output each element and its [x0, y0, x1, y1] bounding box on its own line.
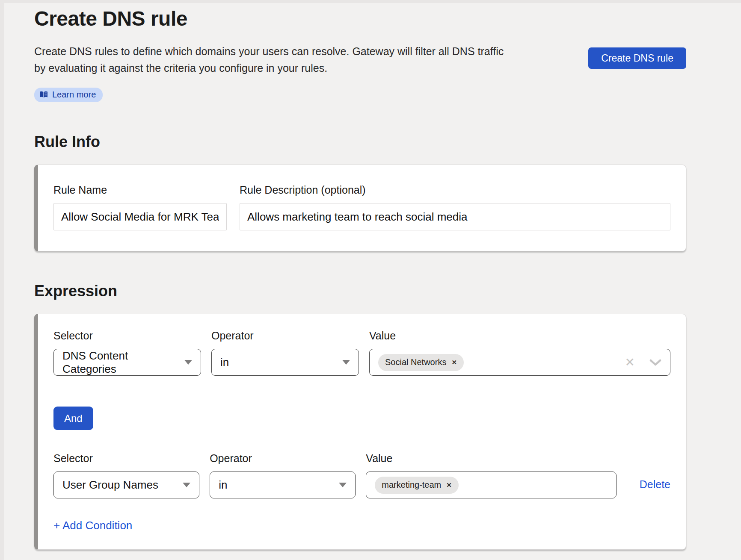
rule-info-fields: Rule Name Rule Description (optional)	[53, 184, 670, 230]
expression-heading: Expression	[34, 282, 686, 300]
rule-description-label: Rule Description (optional)	[240, 184, 670, 196]
page-description: Create DNS rules to define which domains…	[34, 43, 504, 77]
main-content: Create DNS rule Create DNS rules to defi…	[34, 7, 686, 550]
value-tag-label: Social Networks	[385, 357, 446, 367]
condition-2-operator-dropdown[interactable]: in	[210, 472, 356, 498]
clear-x-icon[interactable]: ✕	[625, 357, 635, 368]
condition-2-selector-dropdown[interactable]: User Group Names	[53, 472, 199, 498]
operator-label: Operator	[210, 452, 356, 465]
page-top-edge	[0, 0, 741, 3]
triangle-down-icon	[184, 360, 192, 365]
triangle-down-icon	[183, 483, 190, 487]
and-button[interactable]: And	[53, 407, 93, 430]
learn-more-label: Learn more	[52, 90, 96, 100]
remove-x-icon[interactable]: ✕	[446, 481, 452, 489]
condition-2-operator-group: Operator in	[210, 452, 356, 498]
condition-2-selector-group: Selector User Group Names	[53, 452, 199, 498]
condition-1-selector-dropdown[interactable]: DNS Content Categories	[53, 349, 201, 376]
rule-name-input[interactable]	[53, 203, 227, 230]
triangle-down-icon	[339, 483, 347, 487]
triangle-down-icon	[342, 360, 350, 365]
book-icon	[39, 91, 48, 98]
rule-description-input[interactable]	[240, 203, 670, 230]
page-left-edge	[0, 0, 4, 560]
value-tag: marketing-team ✕	[375, 477, 459, 494]
condition-2-selector-value: User Group Names	[62, 478, 158, 492]
page-description-line1: Create DNS rules to define which domains…	[34, 43, 504, 60]
condition-1-operator-dropdown[interactable]: in	[211, 349, 359, 376]
condition-1-value-multiselect[interactable]: Social Networks ✕ ✕	[369, 349, 670, 376]
page-description-line2: by evaluating it against the criteria yo…	[34, 60, 504, 77]
condition-2-operator-value: in	[219, 478, 227, 492]
remove-x-icon[interactable]: ✕	[451, 359, 457, 366]
selector-label: Selector	[53, 452, 199, 465]
condition-2-value-multiselect[interactable]: marketing-team ✕	[366, 472, 616, 498]
rule-name-label: Rule Name	[53, 184, 227, 196]
learn-more-badge[interactable]: Learn more	[34, 88, 103, 102]
rule-info-heading: Rule Info	[34, 133, 686, 151]
rule-info-card: Rule Name Rule Description (optional)	[34, 165, 686, 251]
value-tag-label: marketing-team	[382, 480, 441, 490]
value-label: Value	[366, 452, 616, 465]
condition-1-selector-group: Selector DNS Content Categories	[53, 330, 201, 376]
rule-name-field-group: Rule Name	[53, 184, 227, 230]
condition-row-2: Selector User Group Names Operator in	[53, 452, 670, 498]
operator-label: Operator	[211, 330, 359, 342]
value-label: Value	[369, 330, 670, 342]
page-title: Create DNS rule	[34, 7, 686, 30]
condition-1-selector-value: DNS Content Categories	[62, 349, 184, 376]
add-condition-link[interactable]: + Add Condition	[53, 519, 132, 532]
chevron-down-icon[interactable]	[649, 359, 661, 366]
condition-1-operator-group: Operator in	[211, 330, 359, 376]
rule-info-section: Rule Info Rule Name Rule Description (op…	[34, 133, 686, 251]
condition-1-operator-value: in	[220, 356, 229, 369]
rule-description-field-group: Rule Description (optional)	[240, 184, 670, 230]
condition-1-value-group: Value Social Networks ✕ ✕	[369, 330, 670, 376]
create-dns-rule-button[interactable]: Create DNS rule	[588, 47, 686, 69]
expression-section: Expression Selector DNS Content Categori…	[34, 282, 686, 550]
delete-condition-link[interactable]: Delete	[640, 478, 670, 491]
selector-label: Selector	[53, 330, 201, 342]
condition-2-value-group: Value marketing-team ✕	[366, 452, 616, 498]
value-tag: Social Networks ✕	[378, 354, 464, 371]
condition-row-1: Selector DNS Content Categories Operator…	[53, 330, 670, 376]
expression-card: Selector DNS Content Categories Operator…	[34, 314, 686, 550]
header-row: Create DNS rules to define which domains…	[34, 43, 686, 77]
